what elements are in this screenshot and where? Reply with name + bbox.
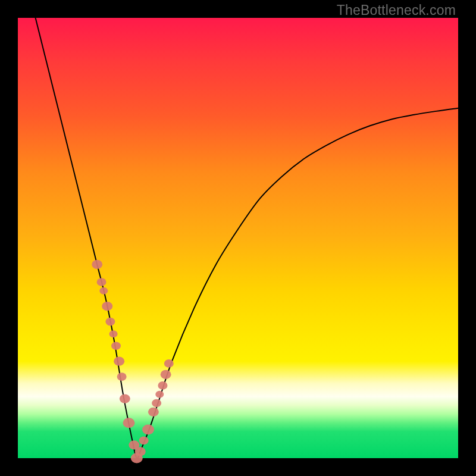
bottleneck-curve <box>36 18 458 458</box>
bead <box>97 278 107 286</box>
bead <box>164 359 174 368</box>
highlight-beads <box>92 260 174 464</box>
bead <box>92 260 102 269</box>
chart-frame: TheBottleneck.com <box>0 0 476 476</box>
bead <box>117 372 127 381</box>
bead <box>111 342 121 350</box>
bead <box>123 418 134 428</box>
bead <box>114 357 124 366</box>
bead <box>105 318 115 326</box>
watermark-label: TheBottleneck.com <box>337 2 456 18</box>
bead <box>120 394 130 403</box>
bead <box>155 391 164 398</box>
bead <box>135 447 146 456</box>
bead <box>158 381 167 390</box>
plot-area <box>18 18 458 458</box>
bead <box>148 408 159 416</box>
bead <box>161 370 171 379</box>
curve-layer <box>18 18 458 458</box>
bead <box>152 399 161 408</box>
bead <box>102 302 112 311</box>
bead <box>139 437 149 445</box>
bead <box>99 287 108 295</box>
bead <box>109 330 118 337</box>
bead <box>142 424 154 434</box>
